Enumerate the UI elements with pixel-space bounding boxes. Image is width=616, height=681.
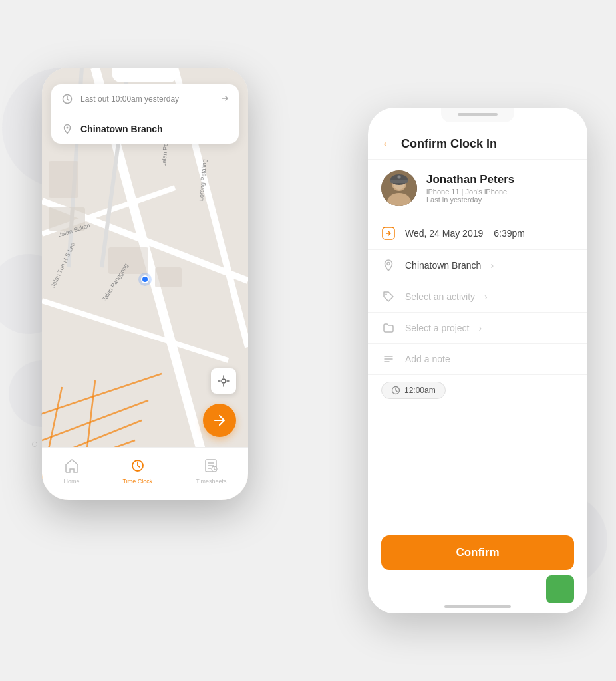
nav-home-label: Home bbox=[64, 478, 80, 485]
last-out-arrow bbox=[220, 94, 230, 105]
green-button[interactable] bbox=[546, 575, 574, 603]
nav-timesheets-label: Timesheets bbox=[196, 478, 226, 485]
svg-point-26 bbox=[137, 460, 138, 461]
location-text: Chinatown Branch bbox=[405, 260, 481, 271]
time-pill: 12:00am bbox=[381, 382, 446, 399]
avatar bbox=[381, 170, 417, 206]
user-name: Jonathan Peters bbox=[426, 173, 574, 186]
timesheets-icon bbox=[204, 458, 218, 476]
note-row[interactable]: Add a note bbox=[368, 344, 587, 375]
user-last-in: Last in yesterday bbox=[426, 196, 574, 204]
scene: + ○ + ○ ○ · bbox=[22, 28, 594, 653]
svg-rect-16 bbox=[108, 247, 148, 274]
bottom-navigation: Home Time Clock bbox=[42, 447, 248, 500]
activity-row[interactable]: Select an activity › bbox=[368, 281, 587, 313]
home-icon bbox=[65, 458, 79, 476]
deco-circle: ○ bbox=[31, 437, 39, 451]
clock-in-direction-icon bbox=[381, 227, 396, 240]
datetime-content: Wed, 24 May 2019 6:39pm bbox=[405, 228, 574, 239]
branch-text: Chinatown Branch bbox=[80, 124, 230, 134]
locate-button[interactable] bbox=[211, 368, 236, 394]
user-section: Jonathan Peters iPhone 11 | Jon's iPhone… bbox=[368, 160, 587, 217]
clock-icon bbox=[61, 92, 74, 106]
user-info: Jonathan Peters iPhone 11 | Jon's iPhone… bbox=[426, 173, 574, 204]
branch-row: Chinatown Branch bbox=[51, 114, 239, 144]
date-text: Wed, 24 May 2019 bbox=[405, 228, 483, 239]
datetime-row: Wed, 24 May 2019 6:39pm bbox=[368, 217, 587, 250]
svg-point-41 bbox=[385, 293, 386, 295]
tag-icon bbox=[381, 291, 396, 303]
location-pin-icon bbox=[61, 122, 74, 136]
phone-left: Jalan Sultan Jalan Tun H S Lee Jalan Pan… bbox=[42, 68, 248, 500]
nav-time-clock-label: Time Clock bbox=[123, 478, 153, 485]
location-row[interactable]: Chinatown Branch › bbox=[368, 250, 587, 281]
project-text: Select a project bbox=[405, 323, 470, 333]
svg-point-19 bbox=[67, 127, 69, 129]
svg-rect-37 bbox=[390, 180, 408, 183]
clock-in-fab[interactable] bbox=[203, 404, 236, 437]
time-text: 6:39pm bbox=[494, 228, 525, 239]
activity-chevron: › bbox=[484, 291, 488, 302]
activity-text: Select an activity bbox=[405, 291, 475, 302]
note-text: Add a note bbox=[405, 354, 450, 364]
folder-icon bbox=[381, 322, 396, 334]
page-title: Confirm Clock In bbox=[401, 137, 497, 151]
bottom-bar bbox=[368, 573, 587, 613]
phone-right: ← Confirm Clock In bbox=[368, 108, 587, 613]
nav-time-clock[interactable]: Time Clock bbox=[123, 458, 153, 485]
svg-point-20 bbox=[222, 379, 226, 383]
svg-rect-15 bbox=[49, 161, 78, 198]
last-out-row: Last out 10:00am yesterday bbox=[51, 84, 239, 114]
project-chevron: › bbox=[479, 323, 482, 333]
svg-point-40 bbox=[387, 263, 390, 265]
home-indicator bbox=[444, 605, 511, 608]
last-out-text: Last out 10:00am yesterday bbox=[80, 94, 214, 104]
location-chevron: › bbox=[490, 260, 494, 271]
svg-rect-17 bbox=[155, 267, 182, 287]
user-device: iPhone 11 | Jon's iPhone bbox=[426, 188, 574, 196]
confirm-button[interactable]: Confirm bbox=[381, 535, 574, 570]
status-bar bbox=[458, 113, 498, 116]
back-button[interactable]: ← bbox=[381, 137, 393, 151]
svg-point-38 bbox=[398, 176, 401, 179]
time-clock-icon bbox=[130, 458, 145, 476]
time-pill-value: 12:00am bbox=[404, 386, 436, 395]
user-location-dot bbox=[141, 275, 149, 283]
location-icon bbox=[381, 259, 396, 271]
map-info-card: Last out 10:00am yesterday Chinatown Bra… bbox=[51, 84, 239, 144]
nav-timesheets[interactable]: Timesheets bbox=[196, 458, 226, 485]
confirm-header: ← Confirm Clock In bbox=[368, 126, 587, 160]
nav-home[interactable]: Home bbox=[64, 458, 80, 485]
avatar-image bbox=[381, 170, 417, 206]
notch-left bbox=[112, 68, 178, 82]
note-icon bbox=[381, 353, 396, 365]
project-row[interactable]: Select a project › bbox=[368, 313, 587, 344]
